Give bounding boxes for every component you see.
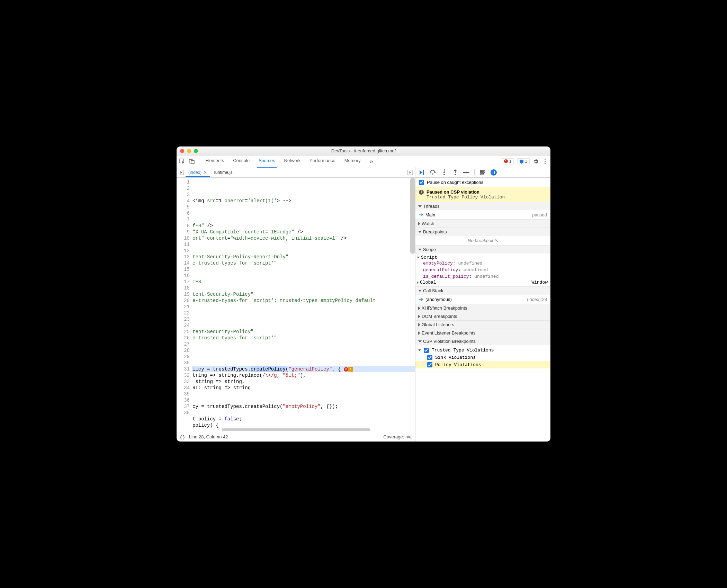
line-number[interactable]: 19 — [177, 291, 190, 297]
line-number[interactable]: 27 — [177, 341, 190, 347]
tab-performance[interactable]: Performance — [308, 155, 336, 168]
file-tab-runtime[interactable]: runtime.js — [211, 168, 235, 177]
tab-memory[interactable]: Memory — [343, 155, 362, 168]
line-number[interactable]: 34 — [177, 385, 190, 391]
close-icon[interactable]: × — [204, 170, 207, 175]
code-line[interactable] — [192, 304, 415, 310]
line-number[interactable]: 24 — [177, 322, 190, 329]
tab-console[interactable]: Console — [232, 155, 251, 168]
line-number[interactable]: 8 — [177, 223, 190, 229]
resume-button[interactable] — [419, 169, 425, 176]
line-number[interactable]: 13 — [177, 254, 190, 260]
deactivate-breakpoints-button[interactable] — [479, 169, 486, 176]
section-head[interactable]: XHR/fetch Breakpoints — [415, 304, 550, 312]
vertical-scrollbar[interactable] — [410, 178, 415, 254]
code-line[interactable]: e-trusted-types-for 'script'" — [192, 260, 415, 266]
line-number[interactable]: 33 — [177, 378, 190, 385]
code-line[interactable] — [192, 391, 415, 397]
line-number[interactable]: 4 — [177, 198, 190, 204]
scope-variable[interactable]: is_default_policy: undefined — [417, 273, 548, 280]
line-number[interactable]: 3 — [177, 191, 190, 198]
step-into-button[interactable] — [441, 169, 447, 176]
code-line[interactable] — [192, 210, 415, 216]
line-number[interactable]: 5 — [177, 204, 190, 210]
code-line[interactable]: "X-UA-Compatible" content="IE=edge" /> — [192, 229, 415, 235]
section-head-csp[interactable]: CSP Violation Breakpoints — [415, 337, 550, 345]
code-line[interactable] — [192, 273, 415, 279]
callstack-frame[interactable]: ➔ (anonymous) (index):28 — [415, 295, 550, 304]
code-line[interactable] — [192, 241, 415, 248]
section-head-callstack[interactable]: Call Stack — [415, 287, 550, 295]
line-number[interactable]: 11 — [177, 241, 190, 248]
inspect-icon[interactable] — [179, 159, 185, 164]
tab-network[interactable]: Network — [283, 155, 302, 168]
kebab-menu-button[interactable] — [542, 159, 548, 164]
code-line[interactable]: tent-Security-Policy" — [192, 291, 415, 297]
chevron-down-icon[interactable] — [418, 349, 421, 351]
section-head[interactable]: DOM Breakpoints — [415, 312, 550, 320]
code-line[interactable]: policy) { — [192, 422, 415, 428]
line-number[interactable]: 38 — [177, 410, 190, 416]
code-line[interactable]: licy = trustedTypes.createPolicy("genera… — [192, 366, 415, 372]
code-line[interactable]: RL: string => string — [192, 385, 415, 391]
line-number[interactable]: 20 — [177, 297, 190, 304]
line-number[interactable]: 37 — [177, 403, 190, 410]
zoom-window-button[interactable] — [194, 149, 198, 153]
sink-violations-checkbox[interactable] — [427, 355, 432, 360]
code-line[interactable]: ort" content="width=device-width, initia… — [192, 235, 415, 241]
section-head-breakpoints[interactable]: Breakpoints — [415, 228, 550, 236]
code-line[interactable] — [192, 410, 415, 416]
section-head[interactable]: Global Listeners — [415, 321, 550, 329]
pause-on-caught-checkbox[interactable] — [419, 180, 424, 185]
close-window-button[interactable] — [180, 149, 184, 153]
file-tab-index[interactable]: (index) × — [186, 168, 210, 177]
line-number[interactable]: 9 — [177, 229, 190, 235]
minimize-window-button[interactable] — [187, 149, 191, 153]
code-line[interactable]: <img src=1 onerror='alert(1)'> --> — [192, 198, 415, 204]
run-snippet-icon[interactable] — [407, 170, 413, 175]
code-line[interactable] — [192, 397, 415, 403]
line-number[interactable]: 16 — [177, 273, 190, 279]
code-line[interactable] — [192, 266, 415, 273]
policy-violations-checkbox[interactable] — [427, 362, 432, 367]
horizontal-scrollbar[interactable] — [222, 428, 370, 431]
code-line[interactable] — [192, 204, 415, 210]
pause-on-exceptions-button[interactable] — [491, 169, 497, 176]
more-tabs-button[interactable]: » — [368, 155, 375, 168]
section-head-watch[interactable]: Watch — [415, 220, 550, 228]
code-line[interactable] — [192, 360, 415, 366]
line-number[interactable]: 31 — [177, 366, 190, 372]
code-line[interactable]: tent-Security-Policy" — [192, 329, 415, 335]
code-line[interactable]: string => string, — [192, 378, 415, 385]
tab-sources[interactable]: Sources — [257, 155, 277, 168]
code-line[interactable] — [192, 285, 415, 291]
code-line[interactable] — [192, 316, 415, 322]
scope-variable[interactable]: generalPolicy: undefined — [417, 267, 548, 273]
line-number[interactable]: 29 — [177, 354, 190, 360]
code-line[interactable]: f-8" /> — [192, 223, 415, 229]
chevron-right-icon[interactable] — [417, 281, 419, 284]
tab-elements[interactable]: Elements — [204, 155, 225, 168]
code-line[interactable] — [192, 216, 415, 223]
navigator-toggle-icon[interactable] — [179, 170, 184, 175]
scope-variable[interactable]: emptyPolicy: undefined — [417, 260, 548, 267]
line-number[interactable]: 25 — [177, 329, 190, 335]
error-count-badge[interactable]: 1 — [502, 158, 514, 164]
pretty-print-icon[interactable]: { } — [180, 434, 185, 439]
code-line[interactable]: t_policy = false; — [192, 416, 415, 422]
line-number[interactable]: 30 — [177, 360, 190, 366]
code-line[interactable]: tring => string.replace(/\</g, "&lt;"), — [192, 372, 415, 378]
thread-main[interactable]: ➔ Main paused — [415, 210, 550, 219]
line-number[interactable]: 22 — [177, 310, 190, 316]
line-number[interactable]: 23 — [177, 316, 190, 322]
code-line[interactable]: tent-Security-Policy-Report-Only" — [192, 254, 415, 260]
code-line[interactable] — [192, 322, 415, 329]
line-number[interactable]: 18 — [177, 285, 190, 291]
line-number[interactable]: 15 — [177, 266, 190, 273]
code-line[interactable] — [192, 341, 415, 347]
line-number[interactable]: 12 — [177, 248, 190, 254]
code-line[interactable]: e-trusted-types-for 'script'" — [192, 335, 415, 341]
code-line[interactable] — [192, 347, 415, 354]
line-number[interactable]: 32 — [177, 372, 190, 378]
step-button[interactable] — [463, 169, 469, 176]
